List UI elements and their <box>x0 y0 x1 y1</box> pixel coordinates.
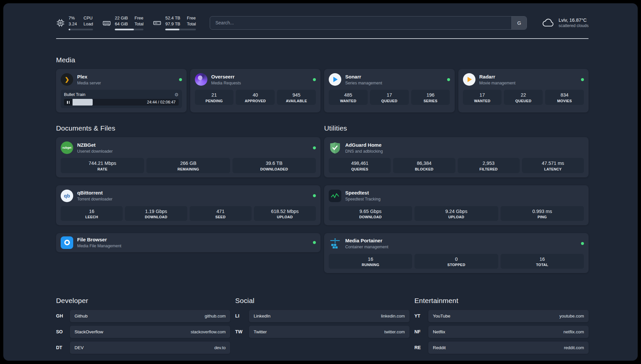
nzbget-icon: nzbget <box>61 141 73 154</box>
radarr-stats: 17WANTED 22QUEUED 834MOVIES <box>463 90 584 105</box>
bookmark-url: reddit.com <box>564 345 584 350</box>
ram-free-label: Free <box>135 15 143 21</box>
stat-tile: 0STOPPED <box>414 254 498 269</box>
stat-label: BLOCKED <box>394 167 454 171</box>
stat-label: STOPPED <box>416 263 497 267</box>
app-name: Radarr <box>479 74 516 80</box>
status-dot <box>581 78 584 81</box>
stat-tile: 39.6 TBDOWNLOADED <box>232 158 316 173</box>
stat-label: REMAINING <box>148 167 229 171</box>
bookmark-row: DT DEV dev.to <box>56 342 230 354</box>
bookmark-link-linkedin[interactable]: LinkedIn linkedin.com <box>249 310 409 322</box>
radarr-card[interactable]: Radarr Movie management 17WANTED 22QUEUE… <box>458 69 589 112</box>
app-titles: File Browser Media File Management <box>77 237 121 248</box>
playback-progress-track[interactable]: 24:44 / 02:06:47 <box>73 99 179 106</box>
adguard-icon <box>329 141 341 154</box>
search-input[interactable] <box>210 16 511 29</box>
stat-label: FILTERED <box>459 167 518 171</box>
utilities-section: Utilities AdGuard Home <box>324 124 589 273</box>
stat-label: RATE <box>62 167 143 171</box>
sonarr-card[interactable]: Sonarr Series management 485WANTED 17QUE… <box>324 69 455 112</box>
plex-header: ❯ Plex Media server <box>61 73 182 86</box>
status-dot <box>313 146 316 149</box>
app-subtitle: Media File Management <box>77 244 121 248</box>
stat-value: 485 <box>330 92 366 98</box>
qbittorrent-card[interactable]: qb qBittorrent Torrent downloader 16LEEC… <box>56 185 320 225</box>
speedtest-card[interactable]: Speedtest Speedtest Tracking 9.65 GbpsDO… <box>324 185 589 225</box>
cpu-label: CPU <box>83 15 93 21</box>
bookmark-abbr: RE <box>414 345 428 350</box>
stat-tile: 17QUEUED <box>370 90 409 105</box>
stat-tile: 9.24 GbpsUPLOAD <box>414 206 498 221</box>
stat-label: DOWNLOAD <box>330 215 411 219</box>
ram-widget: 22 GiB 64 GiB Free Total <box>102 15 143 30</box>
stat-label: DOWNLOADED <box>234 167 315 171</box>
pause-button[interactable] <box>64 99 73 106</box>
portainer-card[interactable]: Media Portainer Container management 16R… <box>324 233 589 273</box>
app-name: Overseerr <box>211 74 241 80</box>
weather-widget: Lviv, 16.87°C scattered clouds <box>542 17 589 28</box>
bookmark-url: netflix.com <box>564 329 584 334</box>
filebrowser-icon <box>61 236 73 249</box>
stat-label: MOVIES <box>546 99 583 103</box>
stat-value: 498,461 <box>330 160 389 166</box>
search-engine-button[interactable]: G <box>511 16 527 29</box>
stat-tile: 86,384BLOCKED <box>393 158 455 173</box>
cpu-readout: 7% 3.24 CPU Load <box>69 15 93 30</box>
bookmark-name: Twitter <box>254 329 267 334</box>
now-playing: Bullet Train ⚙ 24:44 / 02:06:47 <box>61 90 182 108</box>
stat-tile: 945AVAILABLE <box>277 90 316 105</box>
stat-value: 21 <box>196 92 232 98</box>
stat-value: 9.65 Gbps <box>330 208 411 214</box>
bookmark-link-stackoverflow[interactable]: StackOverflow stackoverflow.com <box>70 326 230 338</box>
bookmark-row: YT YouTube youtube.com <box>414 310 589 322</box>
gear-icon[interactable]: ⚙ <box>174 92 179 97</box>
disk-total-value: 97.9 TB <box>165 21 180 27</box>
app-subtitle: Series management <box>345 81 382 85</box>
ram-readout: 22 GiB 64 GiB Free Total <box>115 15 143 30</box>
filebrowser-card[interactable]: File Browser Media File Management <box>56 233 320 252</box>
media-section: Media ❯ Plex Media server Bullet Train ⚙ <box>56 56 589 112</box>
qbittorrent-stats: 16LEECH 1.19 GbpsDOWNLOAD 471SEED 618.52… <box>61 206 316 221</box>
adguard-card[interactable]: AdGuard Home DNS and adblocking 498,461Q… <box>324 137 589 177</box>
cpu-percent: 7% <box>69 15 77 21</box>
stat-tile: 16LEECH <box>61 206 123 221</box>
bookmark-name: StackOverflow <box>75 329 103 334</box>
social-section: Social LI LinkedIn linkedin.com TW Twitt… <box>235 297 409 354</box>
plex-card[interactable]: ❯ Plex Media server Bullet Train ⚙ <box>56 69 187 112</box>
bookmark-link-reddit[interactable]: Reddit reddit.com <box>428 342 589 354</box>
bookmark-row: TW Twitter twitter.com <box>235 326 409 338</box>
stat-value: 618.52 Mbps <box>255 208 315 214</box>
app-subtitle: Speedtest Tracking <box>345 197 381 201</box>
disk-free-label: Free <box>187 15 196 21</box>
nzbget-card[interactable]: nzbget NZBGet Usenet downloader 744.21 M… <box>56 137 320 177</box>
bookmark-url: stackoverflow.com <box>191 329 226 334</box>
app-name: File Browser <box>77 237 121 243</box>
overseerr-header: Overseerr Media Requests <box>195 73 316 86</box>
stat-value: 39.6 TB <box>234 160 315 166</box>
developer-section: Developer GH Github github.com SO StackO… <box>56 297 230 354</box>
bookmark-link-dev[interactable]: DEV dev.to <box>70 342 230 354</box>
bookmark-link-github[interactable]: Github github.com <box>70 310 230 322</box>
app-name: Sonarr <box>345 74 382 80</box>
disk-total-label: Total <box>187 21 196 27</box>
stat-tile: 40APPROVED <box>236 90 275 105</box>
stat-label: TOTAL <box>502 263 583 267</box>
stat-value: 17 <box>464 92 501 98</box>
stat-tile: 471SEED <box>190 206 252 221</box>
overseerr-card[interactable]: Overseerr Media Requests 21PENDING 40APP… <box>190 69 321 112</box>
app-subtitle: DNS and adblocking <box>345 149 383 154</box>
ram-progress-fill <box>115 29 134 30</box>
search-bar: G <box>210 16 527 30</box>
bookmark-link-youtube[interactable]: YouTube youtube.com <box>428 310 589 322</box>
stat-tile: 16RUNNING <box>329 254 412 269</box>
media-heading: Media <box>56 56 589 64</box>
bookmark-link-netflix[interactable]: Netflix netflix.com <box>428 326 589 338</box>
bookmark-name: DEV <box>75 345 84 350</box>
stat-tile: 834MOVIES <box>545 90 584 105</box>
bookmark-abbr: DT <box>56 345 70 350</box>
speedtest-stats: 9.65 GbpsDOWNLOAD 9.24 GbpsUPLOAD 0.993 … <box>329 206 584 221</box>
bookmark-link-twitter[interactable]: Twitter twitter.com <box>249 326 409 338</box>
stat-label: UPLOAD <box>255 215 315 219</box>
speedtest-icon <box>329 190 341 202</box>
